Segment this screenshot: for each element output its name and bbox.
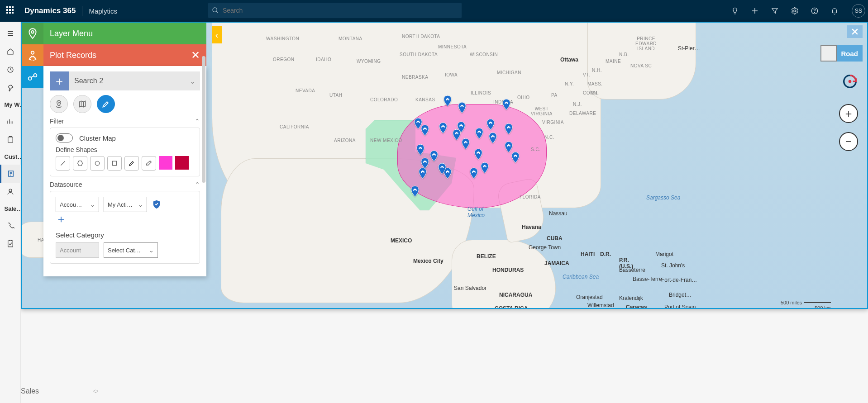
avatar[interactable]: SS [852,4,865,18]
bell-icon[interactable] [829,5,840,16]
separator [82,6,82,16]
svg-point-4 [794,10,796,12]
top-bar: Dynamics 365 Maplytics SS [0,0,868,22]
help-icon[interactable] [809,5,820,16]
lightbulb-icon[interactable] [730,5,740,16]
brand-label: Dynamics 365 [24,6,76,15]
top-right-icons: SS [730,0,865,22]
global-search[interactable] [208,3,462,18]
gear-icon[interactable] [789,5,800,16]
svg-line-1 [216,11,218,13]
filter-icon[interactable] [769,5,780,16]
search-icon [212,7,219,14]
svg-point-6 [814,12,815,13]
app-launcher-icon[interactable] [6,6,15,15]
app-name-label[interactable]: Maplytics [89,7,117,15]
svg-point-0 [213,8,217,12]
search-input[interactable] [222,6,458,14]
plus-icon[interactable] [749,5,760,16]
